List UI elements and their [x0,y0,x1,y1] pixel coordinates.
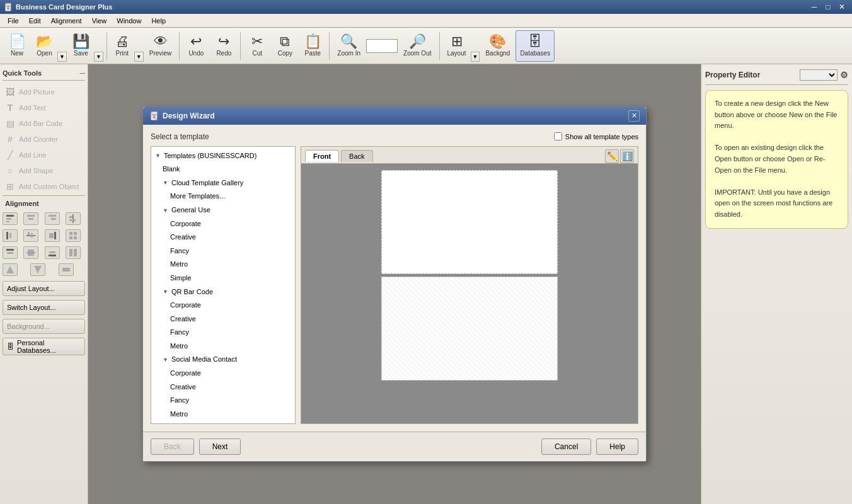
tree-social-fancy[interactable]: Fancy [153,394,294,408]
alignment-title: Alignment [3,195,85,209]
tree-social-creative[interactable]: Creative [153,381,294,394]
align-btn-4[interactable] [66,212,81,225]
front-tab[interactable]: Front [305,150,339,162]
align-btn-8[interactable] [66,229,81,242]
tree-root[interactable]: ▼ Templates (BUSINESSCARD) [153,149,294,163]
gen-simple-label: Simple [170,273,192,284]
align-btn-2[interactable] [23,212,38,225]
property-select[interactable] [800,69,838,81]
qr-expander: ▼ [163,287,169,296]
zoomin-label: Zoom In [337,50,360,57]
open-dropdown[interactable]: ▼ [57,52,67,62]
template-tree[interactable]: ▼ Templates (BUSINESSCARD) Blank ▼ Cloud… [151,146,296,425]
open-button[interactable]: 📂 Open [32,30,57,62]
svg-rect-24 [28,249,34,252]
tree-general-creative[interactable]: Creative [153,231,294,244]
tree-social-corporate[interactable]: Corporate [153,367,294,381]
paste-button[interactable]: 📋 Paste [299,30,326,62]
align-btn-11[interactable] [45,246,60,259]
menu-edit[interactable]: Edit [24,16,46,26]
layout-label: Layout [447,50,466,57]
backgnd-icon: 🎨 [489,35,506,49]
layout-dropdown[interactable]: ▼ [471,52,480,62]
align-btn-6[interactable] [23,229,38,242]
tree-general-simple[interactable]: Simple [153,272,294,285]
tree-qr-corporate[interactable]: Corporate [153,299,294,312]
align-btn-9[interactable] [3,246,18,259]
align-btn-10[interactable] [23,246,38,259]
align-btn-13[interactable] [3,263,18,276]
quick-tools-minimize[interactable]: ─ [79,69,85,77]
databases-button[interactable]: 🗄 Databases [515,30,555,62]
preview-pencil-btn[interactable]: ✏️ [605,149,619,163]
backgnd-button[interactable]: 🎨 Backgnd [481,30,514,62]
align-btn-3[interactable] [45,212,60,225]
preview-button[interactable]: 👁 Preview [145,30,176,62]
copy-button[interactable]: ⧉ Copy [272,30,298,62]
align-btn-1[interactable] [3,212,18,225]
undo-button[interactable]: ↩ Undo [183,30,209,62]
new-button[interactable]: 📄 New [4,30,30,62]
personal-databases-button[interactable]: 🗄 Personal Databases... [3,338,85,355]
menu-window[interactable]: Window [112,16,146,26]
align-btn-5[interactable] [3,229,18,242]
tree-general-corporate[interactable]: Corporate [153,217,294,231]
adjust-layout-button[interactable]: Adjust Layout... [3,281,85,296]
general-use-label: General Use [171,205,210,216]
align-btn-15[interactable] [59,263,74,276]
tree-general-fancy[interactable]: Fancy [153,244,294,258]
next-button[interactable]: Next [199,438,241,455]
tree-root-label: Templates (BUSINESSCARD) [164,151,256,162]
menu-alignment[interactable]: Alignment [46,16,87,26]
tree-social-metro[interactable]: Metro [153,408,294,421]
tree-blank[interactable]: Blank [153,163,294,176]
property-editor-controls: ⚙ [800,69,848,81]
tree-general-use[interactable]: ▼ General Use [153,203,294,217]
back-tab[interactable]: Back [341,150,372,162]
menu-view[interactable]: View [87,16,112,26]
print-dropdown[interactable]: ▼ [134,52,144,62]
tree-social[interactable]: ▼ Social Media Contact [153,353,294,367]
align-btn-12[interactable] [66,246,81,259]
switch-layout-button[interactable]: Switch Layout... [3,300,85,315]
zoomin-button[interactable]: 🔍 Zoom In [333,30,365,62]
tree-cloud[interactable]: ▼ Cloud Template Gallery [153,176,294,190]
right-panel: Property Editor ⚙ To create a new design… [701,64,852,504]
menu-file[interactable]: File [3,16,24,26]
tree-qr-metro[interactable]: Metro [153,340,294,353]
tree-qr-creative[interactable]: Creative [153,312,294,326]
gear-icon[interactable]: ⚙ [840,70,848,80]
modal-overlay: 🃏 Design Wizard ✕ Select a template Show… [88,64,701,504]
cancel-button[interactable]: Cancel [541,438,591,455]
print-button[interactable]: 🖨 Print [110,30,134,62]
redo-button[interactable]: ↪ Redo [210,30,237,62]
align-btn-7[interactable] [45,229,60,242]
maximize-button[interactable]: □ [822,2,834,12]
back-button[interactable]: Back [151,438,194,455]
menu-help[interactable]: Help [146,16,171,26]
preview-info-btn[interactable]: ℹ️ [620,149,634,163]
tree-general-metro[interactable]: Metro [153,258,294,272]
save-dropdown[interactable]: ▼ [94,52,103,62]
wizard-close-button[interactable]: ✕ [628,110,640,122]
layout-button[interactable]: ⊞ Layout [443,30,471,62]
minimize-button[interactable]: ─ [808,2,820,12]
preview-area: Front Back ✏️ ℹ️ [301,146,638,425]
tree-qr[interactable]: ▼ QR Bar Code [153,285,294,299]
close-button[interactable]: ✕ [836,2,848,12]
gen-fancy-label: Fancy [170,246,189,257]
add-custom-icon: ⊞ [5,181,15,192]
help-button[interactable]: Help [596,438,638,455]
wizard-content: ▼ Templates (BUSINESSCARD) Blank ▼ Cloud… [151,146,638,425]
zoom-input[interactable] [366,39,398,53]
tree-qr-fancy[interactable]: Fancy [153,326,294,340]
show-all-checkbox[interactable] [554,132,562,140]
tree-more-templates[interactable]: More Templates... [153,190,294,203]
save-button[interactable]: 💾 Save [68,30,94,62]
zoomout-button[interactable]: 🔎 Zoom Out [399,30,435,62]
soc-corporate-label: Corporate [170,368,201,379]
align-btn-14[interactable] [30,263,45,276]
cut-button[interactable]: ✂ Cut [244,30,270,62]
cloud-label: Cloud Template Gallery [171,178,243,189]
background-button[interactable]: Background... [3,319,85,334]
